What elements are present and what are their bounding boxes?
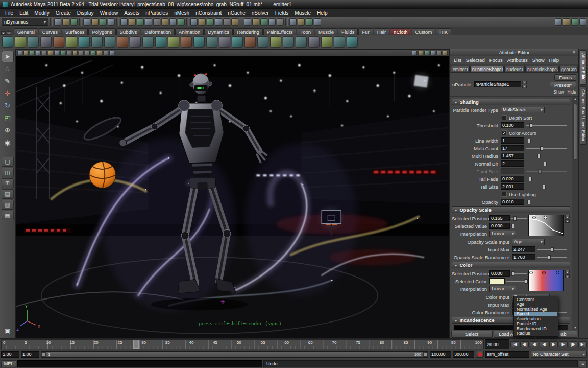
shelf-tool-icon[interactable]: [283, 36, 294, 48]
ae-menu-item[interactable]: Attributes: [505, 57, 530, 63]
use-lighting-checkbox[interactable]: [502, 192, 507, 197]
shelf-tab[interactable]: Muscle: [315, 28, 337, 35]
scrollbar-thumb[interactable]: [573, 104, 577, 160]
menu-item[interactable]: File: [2, 10, 16, 16]
editor-toggle-icon[interactable]: [579, 18, 586, 26]
range-handle-left[interactable]: [42, 352, 46, 357]
panel-toolbar-icon[interactable]: [17, 51, 22, 55]
file-icon[interactable]: [54, 18, 61, 26]
shelf-tool-icon[interactable]: [181, 36, 192, 48]
tail-fade-slider[interactable]: [526, 176, 567, 182]
ae-menu-item[interactable]: Selected: [464, 57, 487, 63]
panel-toolbar-icon[interactable]: [54, 51, 59, 55]
render-icon[interactable]: [306, 18, 313, 26]
selection-mask-icon[interactable]: [129, 18, 136, 26]
menu-item[interactable]: nConstraint: [192, 10, 225, 16]
selection-mask-icon[interactable]: [145, 18, 152, 26]
os-randomize-field[interactable]: [512, 254, 535, 260]
normal-dir-field[interactable]: [501, 160, 524, 167]
shelf-tab[interactable]: Polygons: [88, 28, 115, 35]
shelf-tab[interactable]: Surfaces: [62, 28, 88, 35]
shelf-tool-icon[interactable]: [257, 36, 268, 48]
animation-start-field[interactable]: [1, 351, 19, 358]
playback-button[interactable]: ▶: [559, 341, 568, 347]
normal-dir-slider[interactable]: [526, 160, 567, 167]
selection-mode-icon[interactable]: [108, 18, 115, 26]
os-selected-value-field[interactable]: [489, 223, 510, 229]
ae-node-tab[interactable]: emitter1: [451, 66, 470, 72]
selection-mask-icon[interactable]: [161, 18, 168, 26]
shelf-tab[interactable]: Fluids: [338, 28, 358, 35]
menu-item[interactable]: Assets: [121, 10, 142, 16]
section-header-opacity-scale[interactable]: Opacity Scale: [452, 206, 570, 213]
panel-toolbar-icon[interactable]: [103, 51, 108, 55]
selection-mode-icon[interactable]: [91, 18, 99, 26]
shelf-tool-icon[interactable]: [40, 36, 52, 48]
os-interpolation-dropdown[interactable]: Linear: [489, 231, 516, 237]
tail-size-field[interactable]: [501, 183, 524, 190]
range-slider-bar[interactable]: 1 100: [42, 352, 427, 357]
move-tool-icon[interactable]: ✛: [2, 87, 14, 99]
shelf-tool-icon[interactable]: [142, 36, 154, 48]
shelf-tool-icon[interactable]: [270, 36, 281, 48]
shelf-tab[interactable]: Rendering: [233, 28, 263, 35]
snap-icon[interactable]: [199, 18, 206, 26]
panel-toolbar-icon[interactable]: [91, 51, 96, 55]
shelf-tool-icon[interactable]: [193, 36, 205, 48]
lasso-tool-icon[interactable]: ◌: [2, 63, 14, 75]
shelf-tool-icon[interactable]: [155, 36, 166, 48]
panel-toolbar-icon[interactable]: [60, 51, 65, 55]
ae-menu-item[interactable]: Show: [530, 57, 547, 63]
script-editor-icon[interactable]: [579, 360, 587, 367]
history-icon[interactable]: [277, 18, 284, 26]
os-input-max-field[interactable]: [512, 246, 535, 252]
ae-menu-item[interactable]: Focus: [487, 57, 505, 63]
shelf-tab[interactable]: General: [14, 28, 38, 35]
current-frame-field[interactable]: [485, 339, 509, 349]
selection-mask-icon[interactable]: [120, 18, 128, 26]
shelf-tab[interactable]: Toon: [297, 28, 314, 35]
shelf-tab[interactable]: PaintEffects: [263, 28, 297, 35]
dropdown-option[interactable]: Acceleration: [514, 316, 557, 321]
playback-end-field[interactable]: [430, 351, 451, 358]
shelf-tool-icon[interactable]: [130, 36, 141, 48]
panel-toolbar-icon[interactable]: [23, 51, 29, 55]
ae-menu-item[interactable]: List: [452, 57, 463, 63]
line-width-slider[interactable]: [526, 137, 567, 144]
universal-manipulator-icon[interactable]: ⊕: [2, 124, 14, 136]
multi-radius-slider[interactable]: [526, 153, 567, 159]
editor-toggle-icon[interactable]: [563, 18, 570, 26]
focus-button[interactable]: Focus: [554, 74, 576, 81]
close-icon[interactable]: [571, 50, 577, 55]
threshold-field[interactable]: [501, 122, 524, 128]
presets-button[interactable]: Presets*: [550, 82, 576, 88]
particle-render-type-dropdown[interactable]: MultiStreak: [501, 107, 545, 113]
shelf-tool-icon[interactable]: [168, 36, 179, 48]
rotate-tool-icon[interactable]: ↻: [2, 100, 14, 111]
character-set-dropdown[interactable]: No Character Set: [531, 351, 587, 358]
shelf-tool-icon[interactable]: [244, 36, 256, 48]
panel-toolbar-icon[interactable]: [436, 51, 442, 55]
panel-dock-tab[interactable]: Attribute Editor: [580, 50, 587, 85]
color-selected-position-field[interactable]: [489, 270, 510, 277]
shelf-tab[interactable]: Fur: [358, 28, 373, 35]
scale-tool-icon[interactable]: ◰: [2, 112, 14, 124]
layout-preset-button[interactable]: ▦: [2, 211, 14, 220]
status-group-divider[interactable]: [116, 18, 119, 26]
panel-toolbar-icon[interactable]: [30, 51, 35, 55]
scroll-down-icon[interactable]: [574, 326, 577, 329]
ae-node-tab[interactable]: geoCon: [559, 66, 578, 72]
panel-toolbar-icon[interactable]: [66, 51, 71, 55]
viewport-canvas[interactable]: press ctrl+shift+render (sync) Y X Z: [16, 56, 449, 338]
shelf-tool-icon[interactable]: [2, 36, 13, 48]
ramp-handle[interactable]: [532, 216, 536, 219]
auto-key-button[interactable]: [476, 351, 484, 358]
shelf-tab[interactable]: Subdivs: [116, 28, 141, 35]
snap-icon[interactable]: [190, 18, 198, 26]
playback-button[interactable]: ◀: [530, 341, 538, 347]
shelf-tab[interactable]: Deformation: [141, 28, 175, 35]
editor-toggle-icon[interactable]: [555, 18, 562, 26]
shelf-tool-icon[interactable]: [66, 36, 77, 48]
panel-toolbar-icon[interactable]: [418, 51, 423, 55]
panel-toolbar-icon[interactable]: [97, 51, 102, 55]
